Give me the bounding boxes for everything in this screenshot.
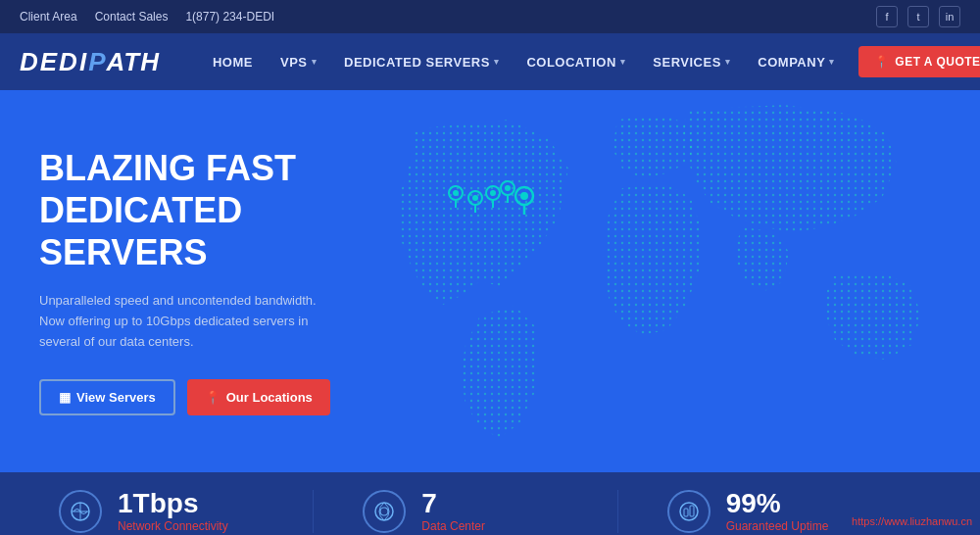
svg-point-2 — [453, 190, 459, 196]
stat-uptime-text: 99% Guaranteed Uptime — [726, 490, 829, 533]
stat-datacenter-text: 7 Data Center — [421, 490, 485, 533]
nav-company[interactable]: COMPANY ▾ — [744, 33, 848, 90]
phone-link[interactable]: 1(877) 234-DEDI — [185, 10, 274, 24]
colocation-chevron: ▾ — [620, 57, 626, 67]
svg-point-20 — [380, 508, 388, 515]
nav-dedicated[interactable]: DEDICATED SERVERS ▾ — [330, 33, 513, 90]
stat-network-text: 1Tbps Network Connectivity — [118, 490, 228, 533]
uptime-icon — [667, 490, 710, 533]
stat-datacenter-label: Data Center — [421, 519, 485, 533]
top-bar: Client Area Contact Sales 1(877) 234-DED… — [0, 0, 980, 33]
svg-rect-23 — [690, 506, 694, 516]
svg-point-11 — [505, 185, 511, 191]
watermark: https://www.liuzhanwu.cn — [852, 515, 972, 527]
services-chevron: ▾ — [725, 57, 731, 67]
svg-point-14 — [520, 192, 528, 200]
hero-subtitle: Unparalleled speed and uncontended bandw… — [39, 291, 333, 352]
svg-point-5 — [472, 195, 478, 201]
world-map — [353, 90, 980, 472]
stat-datacenter-value: 7 — [421, 490, 485, 517]
facebook-icon[interactable]: f — [876, 6, 898, 27]
nav-home[interactable]: HOME — [199, 33, 267, 90]
quote-icon: 📍 — [874, 55, 890, 69]
location-icon: 📍 — [205, 390, 220, 405]
linkedin-icon[interactable]: in — [939, 6, 960, 27]
vps-chevron: ▾ — [312, 57, 318, 67]
our-locations-button[interactable]: 📍 Our Locations — [187, 379, 330, 415]
nav-colocation[interactable]: COLOCATION ▾ — [513, 33, 639, 90]
hero-content: BLAZING FAST DEDICATED SERVERS Unparalle… — [0, 118, 372, 446]
navbar: DEDIPATH HOME VPS ▾ DEDICATED SERVERS ▾ … — [0, 33, 980, 90]
client-area-link[interactable]: Client Area — [20, 10, 77, 24]
contact-sales-link[interactable]: Contact Sales — [95, 10, 169, 24]
stat-uptime-value: 99% — [726, 490, 829, 517]
stat-network: 1Tbps Network Connectivity — [59, 490, 313, 533]
social-links: f t in — [876, 6, 960, 27]
company-chevron: ▾ — [829, 57, 835, 67]
stats-bar: 1Tbps Network Connectivity 7 Data Center — [0, 472, 980, 535]
logo[interactable]: DEDIPATH — [20, 47, 160, 77]
stat-network-value: 1Tbps — [118, 490, 228, 517]
dedicated-chevron: ▾ — [494, 57, 500, 67]
svg-point-21 — [680, 503, 698, 520]
datacenter-icon — [363, 490, 406, 533]
hero-buttons: ▦ View Servers 📍 Our Locations — [39, 379, 333, 415]
svg-point-19 — [375, 503, 393, 520]
nav-links: HOME VPS ▾ DEDICATED SERVERS ▾ COLOCATIO… — [199, 33, 980, 90]
stat-network-label: Network Connectivity — [118, 519, 228, 533]
stat-datacenter: 7 Data Center — [313, 490, 616, 533]
hero-title: BLAZING FAST DEDICATED SERVERS — [39, 147, 333, 274]
twitter-icon[interactable]: t — [907, 6, 929, 27]
svg-rect-22 — [684, 509, 688, 516]
view-servers-button[interactable]: ▦ View Servers — [39, 379, 175, 415]
nav-services[interactable]: SERVICES ▾ — [639, 33, 744, 90]
nav-vps[interactable]: VPS ▾ — [267, 33, 330, 90]
top-bar-links: Client Area Contact Sales 1(877) 234-DED… — [20, 10, 274, 24]
svg-point-8 — [490, 190, 496, 196]
stat-uptime-label: Guaranteed Uptime — [726, 519, 829, 533]
get-quote-button[interactable]: 📍 GET A QUOTE — [858, 46, 980, 77]
servers-icon: ▦ — [59, 390, 71, 405]
network-icon — [59, 490, 102, 533]
hero-section: BLAZING FAST DEDICATED SERVERS Unparalle… — [0, 90, 980, 472]
